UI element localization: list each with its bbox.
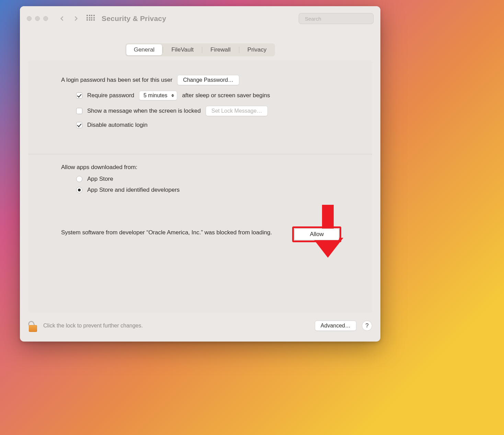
radio-app-store-label: App Store xyxy=(87,176,113,182)
tabs: General FileVault Firewall Privacy xyxy=(125,43,275,56)
help-button[interactable]: ? xyxy=(362,321,372,331)
show-lock-message-label: Show a message when the screen is locked xyxy=(87,108,201,114)
radio-identified-developers[interactable] xyxy=(76,187,82,193)
divider xyxy=(28,154,372,154)
search-field-wrap[interactable] xyxy=(299,13,374,24)
tab-privacy[interactable]: Privacy xyxy=(240,44,274,55)
zoom-window-button[interactable] xyxy=(43,16,48,21)
minimize-window-button[interactable] xyxy=(35,16,40,21)
allow-apps-heading: Allow apps downloaded from: xyxy=(61,164,137,171)
security-privacy-window: Security & Privacy General FileVault Fir… xyxy=(20,6,380,342)
show-all-prefs-button[interactable] xyxy=(87,15,94,22)
footer: Click the lock to prevent further change… xyxy=(20,313,380,342)
tab-filevault[interactable]: FileVault xyxy=(164,44,201,55)
require-password-delay-select[interactable]: 5 minutes xyxy=(139,91,177,100)
disable-auto-login-label: Disable automatic login xyxy=(87,122,148,129)
require-password-label: Require password xyxy=(87,92,134,99)
tab-general[interactable]: General xyxy=(126,44,162,55)
change-password-button[interactable]: Change Password… xyxy=(177,75,239,85)
lock-hint-label: Click the lock to prevent further change… xyxy=(43,323,309,329)
advanced-button[interactable]: Advanced… xyxy=(315,321,356,331)
tab-firewall[interactable]: Firewall xyxy=(203,44,238,55)
show-lock-message-checkbox[interactable] xyxy=(76,108,82,114)
window-controls xyxy=(27,16,48,21)
window-title: Security & Privacy xyxy=(102,14,166,23)
disable-auto-login-checkbox[interactable] xyxy=(76,122,82,128)
require-password-suffix: after sleep or screen saver begins xyxy=(182,92,270,99)
set-lock-message-button: Set Lock Message… xyxy=(206,106,268,116)
general-panel: A login password has been set for this u… xyxy=(28,60,372,313)
tabs-row: General FileVault Firewall Privacy xyxy=(20,31,380,56)
require-password-checkbox[interactable] xyxy=(76,92,82,99)
radio-app-store[interactable] xyxy=(76,176,82,182)
radio-identified-developers-label: App Store and identified developers xyxy=(87,187,180,193)
blocked-software-message: System software from developer “Oracle A… xyxy=(61,228,272,237)
forward-button[interactable] xyxy=(71,14,80,23)
toolbar: Security & Privacy xyxy=(20,6,380,31)
back-button[interactable] xyxy=(58,14,67,23)
lock-icon[interactable] xyxy=(28,320,38,332)
close-window-button[interactable] xyxy=(27,16,32,21)
login-password-set-label: A login password has been set for this u… xyxy=(61,77,172,83)
chevron-updown-icon xyxy=(171,94,174,97)
require-password-delay-value: 5 minutes xyxy=(144,92,167,98)
allow-button[interactable]: Allow xyxy=(294,228,339,240)
search-input[interactable] xyxy=(305,16,370,22)
